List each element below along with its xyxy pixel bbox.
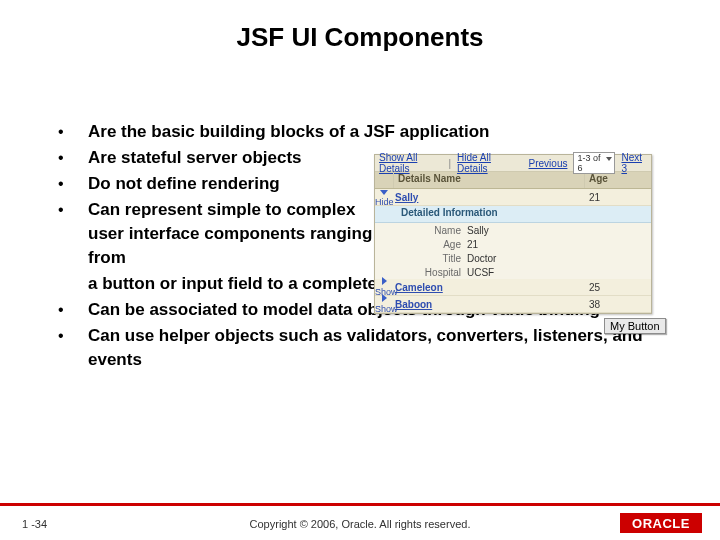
detail-section-header: Detailed Information [375, 206, 651, 223]
copyright: Copyright © 2006, Oracle. All rights res… [0, 518, 720, 530]
oracle-logo: ORACLE [620, 513, 702, 533]
range-select[interactable]: 1-3 of 6 [573, 152, 615, 174]
master-age: 21 [585, 192, 651, 203]
detail-val: UCSF [467, 267, 494, 278]
detail-val: 21 [467, 239, 478, 250]
bullet-4b: a button or input field to a complete pa… [88, 272, 421, 296]
collapsed-row[interactable]: Show Cameleon 25 [375, 279, 651, 296]
bullet-6: Can use helper objects such as validator… [88, 324, 658, 372]
detail-val: Sally [467, 225, 489, 236]
example-table-panel: Show All Details | Hide All Details Prev… [374, 154, 652, 314]
master-name[interactable]: Sally [393, 192, 585, 203]
row-name[interactable]: Baboon [393, 299, 585, 310]
disclosure-expanded-icon[interactable]: Hide [375, 187, 393, 207]
row-age: 25 [585, 282, 651, 293]
row-name[interactable]: Cameleon [393, 282, 585, 293]
slide-title: JSF UI Components [0, 22, 720, 53]
col-name: Details Name [394, 172, 585, 188]
table-header: Details Name Age [375, 172, 651, 189]
bullet-4a: Can represent simple to complex user int… [88, 198, 378, 270]
detail-key: Hospital [375, 267, 467, 278]
prev-link[interactable]: Previous [529, 158, 568, 169]
hide-all-link[interactable]: Hide All Details [457, 152, 517, 174]
detail-key: Age [375, 239, 467, 250]
my-button[interactable]: My Button [604, 318, 666, 334]
panel-toolbar: Show All Details | Hide All Details Prev… [375, 155, 651, 172]
toolbar-sep: | [448, 158, 451, 169]
bullet-3: Do not define rendering [88, 172, 280, 196]
footer: 1 -34 Copyright © 2006, Oracle. All righ… [0, 503, 720, 540]
col-age: Age [585, 172, 651, 188]
detail-val: Doctor [467, 253, 496, 264]
detail-key: Name [375, 225, 467, 236]
next-link[interactable]: Next 3 [621, 152, 647, 174]
bullet-1: Are the basic building blocks of a JSF a… [88, 120, 489, 144]
row-age: 38 [585, 299, 651, 310]
bullet-2: Are stateful server objects [88, 146, 302, 170]
slide: JSF UI Components •Are the basic buildin… [0, 0, 720, 540]
detail-key: Title [375, 253, 467, 264]
show-all-link[interactable]: Show All Details [379, 152, 442, 174]
master-row-expanded[interactable]: Hide Sally 21 [375, 189, 651, 206]
disclosure-collapsed-icon[interactable]: Show [375, 294, 393, 314]
collapsed-row[interactable]: Show Baboon 38 [375, 296, 651, 313]
